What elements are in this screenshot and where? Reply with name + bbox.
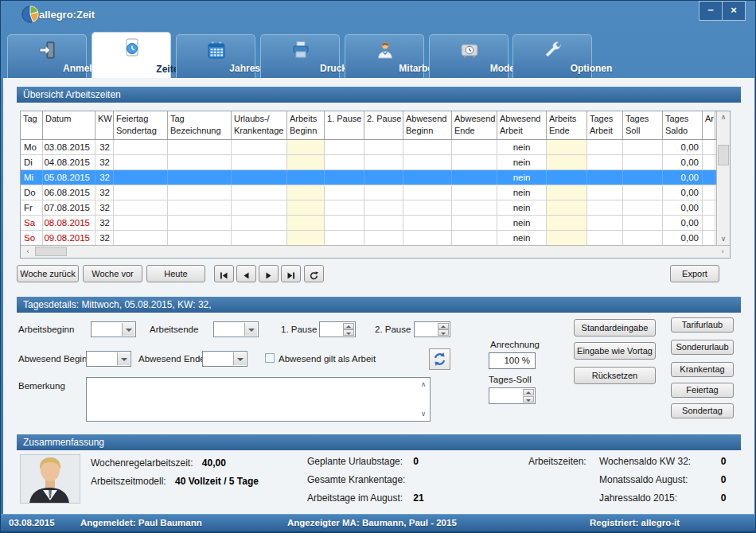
abwesend-als-arbeit-checkbox[interactable]: [265, 353, 275, 363]
feiertag-button[interactable]: Feiertag: [671, 383, 734, 398]
krankentag-button[interactable]: Krankentag: [671, 362, 734, 377]
column-header-tag-bezeichnung[interactable]: TagBezeichnung: [168, 111, 232, 139]
spin-down-icon[interactable]: [523, 396, 534, 403]
spin-down-icon[interactable]: [438, 329, 449, 336]
cell: [232, 155, 287, 169]
table-header-row: TagDatumKWFeiertagSondertagTagBezeichnun…: [21, 111, 730, 140]
column-header-abwesend-arbeit[interactable]: AbwesendArbeit: [497, 111, 547, 139]
scroll-left-icon[interactable]: ‹: [22, 246, 33, 258]
table-row[interactable]: So09.08.201532nein0,00: [21, 231, 730, 246]
column-header-urlaubs-krankentage[interactable]: Urlaubs-/Krankentage: [232, 111, 287, 139]
tarifurlaub-button[interactable]: Tarifurlaub: [671, 317, 734, 333]
day-cell: So: [21, 231, 43, 245]
week-forward-button[interactable]: Woche vor: [83, 265, 142, 282]
scroll-up-icon[interactable]: ∧: [419, 379, 428, 391]
pause1-spinner[interactable]: [319, 321, 356, 337]
day-cell: Sa: [21, 216, 43, 230]
bemerkung-textarea[interactable]: ∧ ∨: [86, 377, 431, 422]
table-row[interactable]: Di04.08.201532nein0,00: [21, 155, 730, 170]
sonderurlaub-button[interactable]: Sonderurlaub: [671, 340, 734, 355]
vscroll-thumb[interactable]: [718, 145, 729, 165]
last-record-button[interactable]: [281, 265, 301, 282]
abwesend-beginn-select[interactable]: [86, 351, 131, 367]
horizontal-scrollbar[interactable]: ‹ ›: [21, 245, 730, 258]
tab-zeiten[interactable]: Zeiten: [92, 32, 171, 79]
column-header-abwesend-ende[interactable]: AbwesendEnde: [452, 111, 497, 139]
column-header-tages-arbeit[interactable]: TagesArbeit: [587, 111, 623, 139]
scroll-down-icon[interactable]: ∨: [419, 408, 428, 420]
cell: [325, 216, 364, 230]
table-row[interactable]: Sa08.08.201532nein0,00: [21, 216, 730, 231]
week-back-button[interactable]: Woche zurück: [17, 265, 79, 282]
previous-record-button[interactable]: [236, 265, 256, 282]
summary-left-column: Wochenregelarbeitszeit: 40,00 Arbeitszei…: [91, 454, 259, 491]
table-row[interactable]: Mo03.08.201532nein0,00: [21, 140, 730, 155]
cell: [168, 155, 232, 169]
export-button[interactable]: Export: [670, 265, 719, 282]
column-header-1-pause[interactable]: 1. Pause: [325, 111, 364, 139]
cell: [114, 155, 168, 169]
next-record-button[interactable]: [259, 265, 279, 282]
column-header-kw[interactable]: KW: [95, 111, 114, 139]
arbeitsbeginn-select[interactable]: [91, 321, 136, 337]
bemerkung-label: Bemerkung: [18, 381, 65, 391]
summary-value: 0: [713, 471, 726, 489]
table-row[interactable]: Mi05.08.201532nein0,00: [21, 170, 730, 185]
tab-mitarbeiter[interactable]: Mitarbeiter: [345, 34, 424, 78]
column-header-2-pause[interactable]: 2. Pause: [364, 111, 403, 139]
tab-jahresplan[interactable]: Jahresplan: [176, 34, 255, 78]
sondertag-button[interactable]: Sondertag: [671, 403, 734, 418]
close-button[interactable]: ×: [722, 1, 746, 21]
sync-button[interactable]: [429, 348, 450, 370]
day-cell: Di: [21, 155, 43, 169]
spin-up-icon[interactable]: [438, 323, 449, 329]
tab-optionen[interactable]: Optionen: [512, 34, 592, 78]
eingabe-wie-vortag-button[interactable]: Eingabe wie Vortag: [574, 342, 656, 360]
dropdown-arrow-icon[interactable]: [122, 323, 134, 336]
scroll-down-icon[interactable]: ∨: [717, 233, 730, 245]
spin-up-icon[interactable]: [523, 389, 534, 395]
column-header-arbeits-ende[interactable]: ArbeitsEnde: [547, 111, 587, 139]
scroll-up-icon[interactable]: ∧: [717, 111, 730, 123]
person-icon: [375, 40, 396, 60]
reload-button[interactable]: [304, 265, 324, 282]
vertical-scrollbar[interactable]: ∧ ∨: [716, 111, 730, 245]
table-row[interactable]: Fr07.08.201532nein0,00: [21, 200, 730, 216]
dropdown-arrow-icon[interactable]: [117, 352, 130, 365]
abwesend-ende-select[interactable]: [202, 351, 247, 367]
today-button[interactable]: Heute: [146, 265, 205, 282]
tab-anmelden[interactable]: Anmelden: [7, 34, 87, 78]
ruecksetzen-button[interactable]: Rücksetzen: [574, 367, 656, 384]
column-header-tag[interactable]: Tag: [21, 111, 43, 139]
column-header-feiertag-sondertag[interactable]: FeiertagSondertag: [114, 111, 168, 139]
table-row[interactable]: Do06.08.201532nein0,00: [21, 185, 730, 200]
scroll-right-icon[interactable]: ›: [717, 246, 728, 258]
cell: [114, 216, 168, 230]
standardeingabe-button[interactable]: Standardeingabe: [574, 319, 656, 337]
cell: [287, 200, 325, 215]
dropdown-arrow-icon[interactable]: [244, 323, 257, 336]
summary-label: Monatssaldo August:: [599, 471, 711, 489]
tab-modelle[interactable]: Modelle: [429, 34, 509, 78]
column-header-datum[interactable]: Datum: [43, 111, 95, 139]
cell: [587, 155, 623, 169]
tab-drucken[interactable]: Drucken: [260, 34, 340, 78]
status-date: 03.08.2015: [9, 518, 55, 527]
minimize-button[interactable]: −: [699, 1, 723, 21]
spin-up-icon[interactable]: [343, 323, 354, 329]
column-header-ar[interactable]: Ar: [703, 111, 715, 139]
anrechnung-field[interactable]: 100 %: [489, 352, 536, 369]
column-header-tages-saldo[interactable]: TagesSaldo: [663, 111, 703, 139]
column-header-arbeits-beginn[interactable]: ArbeitsBeginn: [287, 111, 325, 139]
pause2-spinner[interactable]: [414, 321, 450, 337]
first-record-button[interactable]: [214, 265, 234, 282]
cell: [168, 200, 232, 215]
spin-down-icon[interactable]: [343, 329, 354, 336]
hscroll-thumb[interactable]: [35, 247, 67, 256]
dropdown-arrow-icon[interactable]: [233, 352, 246, 365]
arbeitsende-select[interactable]: [213, 321, 259, 337]
column-header-abwesend-beginn[interactable]: AbwesendBeginn: [403, 111, 452, 139]
cell: nein: [497, 170, 547, 185]
tages-soll-spinner[interactable]: [489, 387, 536, 404]
column-header-tages-soll[interactable]: TagesSoll: [623, 111, 663, 139]
